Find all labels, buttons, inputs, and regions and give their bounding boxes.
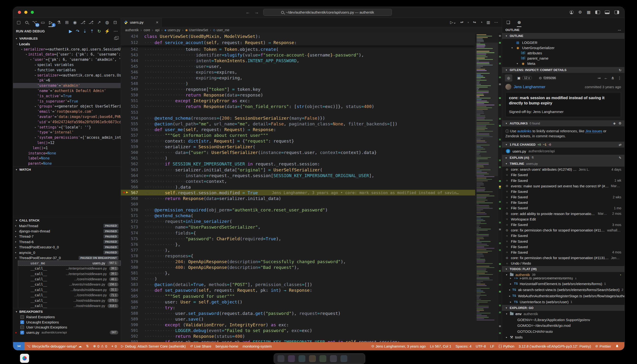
activity-item-testing[interactable]: ⚗ [55,19,62,26]
status-item-ports[interactable]: ⌖0 [110,342,119,350]
variable-row[interactable]: ▸'system_permissions' = ['access_admin_i… [13,135,121,140]
prev-change-icon[interactable]: ↫ [460,20,464,24]
timeline-item[interactable]: ○Undo / Redo [502,260,624,266]
go-env-var[interactable]: GOTOOLCHAIN=auto [502,328,624,334]
timeline-item[interactable]: ⊙core: add ability to provide reason for… [502,211,624,216]
expander-icon[interactable]: ▸ [34,136,37,139]
code-line[interactable]: 584····def set_password(self, request: R… [121,288,475,293]
code-line[interactable]: 558········context: dict[str, Request] =… [121,138,475,144]
timeline-item[interactable]: ⊙core: search users' attributes (#12740)… [502,166,624,172]
timeline-item[interactable]: ⊙core: fix permission check for scoped i… [502,228,624,233]
timeline-item[interactable]: ○File Saved [502,244,624,250]
code-line[interactable]: 554····@extend_schema(responses={200: Se… [121,115,475,121]
variable-row[interactable]: 'is_superuser' = True [13,99,121,104]
status-item-language[interactable]: { }Python [496,342,516,350]
expander-icon[interactable]: ▾ [20,48,24,50]
tab-references-icon[interactable]: ❏ [506,19,511,26]
code-line[interactable]: 557········"""Get information about curr… [121,132,475,138]
todos-project-row[interactable]: ▾authentik39● [502,272,624,278]
variables-section-header[interactable]: ▾ VARIABLES [13,36,121,42]
variable-row[interactable]: 'avatar' = 'data:image/svg+xml;base64,PH… [13,114,121,120]
remote-indicator[interactable]: >< [13,342,24,350]
code-line[interactable]: 560············data={"user": UserSelfSer… [121,150,475,156]
activity-item-gitlens[interactable]: ↗ [96,19,103,26]
open-all-changes-icon[interactable]: ⇄ [619,143,622,146]
code-line[interactable]: 563············serializer.initial_data["… [121,167,475,172]
status-item-encoding[interactable]: UTF-8 [474,342,488,350]
outline-item-meta[interactable]: ▾◉Meta [502,61,624,66]
toggle-bottom-panel-icon[interactable] [605,10,610,14]
code-line[interactable]: 549················response["token"] = t… [121,86,475,92]
activity-item-github[interactable]: ◉ [71,19,78,26]
variable-row[interactable]: ▾serializer = <authentik.core.api.users.… [13,47,121,52]
todos-file-row[interactable]: ▸TSUserInterface.ts (web/src/user)1 [502,299,624,305]
expander-icon[interactable]: ▸ [15,235,19,238]
stack-frame-row[interactable]: __call__.../root/middleware.py275:1 [18,298,121,303]
timeline-item[interactable]: ⊙events: make sure password set event ha… [502,183,624,189]
code-line[interactable]: 564················instance=request._req… [121,172,475,178]
back-icon[interactable]: ← [604,76,608,80]
code-line[interactable]: 559········serializer = SessionUserSeria… [121,144,475,150]
expander-icon[interactable]: ▾ [516,62,519,65]
nav-back-icon[interactable]: ← [246,10,250,15]
go-to-test-icon[interactable]: ◔ [480,20,482,24]
variable-row[interactable]: 'uid' = '49d24724dfa590a20fb5961e9c6673c… [13,120,121,125]
dock-icon[interactable] [298,355,306,362]
variable-row[interactable]: len() = 12 [13,140,121,146]
code-line[interactable]: 592············return Response(status=40… [121,334,475,339]
stack-frame-row[interactable]: __call__.../enterprise/middleware.py39:1 [18,266,121,271]
expander-icon[interactable]: ▾ [511,46,514,49]
thread-row[interactable]: ▸Thread-7PAUSED [13,234,121,239]
expander-icon[interactable]: ▸ [34,126,37,128]
expander-icon[interactable]: ▸ [15,246,19,248]
breadcrumb-item-authentik[interactable]: authentik [125,28,139,32]
expander-icon[interactable]: ▸ [15,240,19,243]
go-env-var[interactable]: GOMOD=~/dev/authentik/go.mod [502,322,624,328]
jira-issues-link[interactable]: Jira issues [585,129,602,133]
timeline-item[interactable]: ○File Saved [502,233,624,238]
expander-icon[interactable]: ▸ [34,64,37,66]
customize-layout-icon[interactable]: ▦ [587,10,590,15]
thread-row[interactable]: ▾ThreadPoolExecutor-37_0PAUSED ON BREAKP… [13,255,121,260]
variable-row[interactable]: 'pk' = 6 [13,78,121,83]
split-editor-icon[interactable]: ▥ [486,20,490,24]
timeline-item[interactable]: ○File Saved1 wk [502,178,624,183]
dock-icon[interactable] [330,355,337,362]
activity-item-symbols[interactable]: ⊡ [112,19,119,26]
restart-icon[interactable]: ↻ [97,28,101,34]
code-line[interactable]: 593········if user.pk == request.user.pk… [121,339,475,342]
expander-icon[interactable]: ▸ [509,282,512,285]
breakpoint-checkbox[interactable]: ✓ [20,320,24,324]
refresh-icon[interactable]: ↻ [619,68,622,72]
stack-frame-row[interactable]: __call__.../enterprise/middleware.py39:1 [18,271,121,276]
timeline-section-header[interactable]: ▾ TIMELINE users.py [502,161,624,166]
breadcrumb-item-api[interactable]: api [155,28,160,32]
code-line[interactable]: 565················context=context, [121,178,475,184]
explorer-go-section-header[interactable]: ▾ EXPLORER: GO [502,305,624,311]
code-line[interactable]: 556····def user_me(self, request: Reques… [121,126,475,132]
breakpoint-row[interactable]: ✓Uncaught Exceptions [13,320,121,325]
breadcrumb-item-core[interactable]: core [144,28,150,32]
status-item-cursor-position[interactable]: Ln 567, Col 1 [428,342,454,350]
changed-file-row[interactable]: ± users.py authentik/core/api [502,148,624,155]
expander-icon[interactable]: ▾ [505,274,508,276]
breakpoint-checkbox[interactable]: ✓ [20,331,24,334]
code-line[interactable]: 583····@action(detail=True, methods=["PO… [121,282,475,288]
outline-item-logger[interactable]: ▤LOGGER [502,40,624,45]
expander-icon[interactable]: ▸ [509,300,512,303]
command-center-search[interactable]: ~/dev/authentik/authentik/core/api/users… [263,9,392,16]
todos-file-row-clipped[interactable]: ▸TSForm.ts (web/src/elements/forms)1 [502,278,624,280]
open-change-icon[interactable]: ◦ [468,20,469,24]
timeline-item[interactable]: ○File Saved [502,172,624,178]
breadcrumb-item-userviewset[interactable]: ◉UserViewSet [185,28,208,32]
code-line[interactable]: 545····················user=user, [121,64,475,69]
gitlens-changes-tab[interactable]: ▣ 12 ± [515,74,534,82]
code-line[interactable]: 570····@permission_required(obj_perm="au… [121,207,475,213]
status-item-branch[interactable]: ⌥lifecycle/fix-debugger-setup*☁ [24,342,84,350]
activity-item-explorer[interactable]: ▢ [15,19,22,26]
expander-icon[interactable]: ▸ [509,295,510,297]
expander-icon[interactable]: ▸ [34,74,37,76]
explain-ai-section-header[interactable]: ▸ EXPLAIN (AI) ⚗ ✎ [502,155,624,161]
code-line[interactable]: 569 [121,202,475,207]
pin-icon[interactable]: ⊸ [598,76,600,80]
